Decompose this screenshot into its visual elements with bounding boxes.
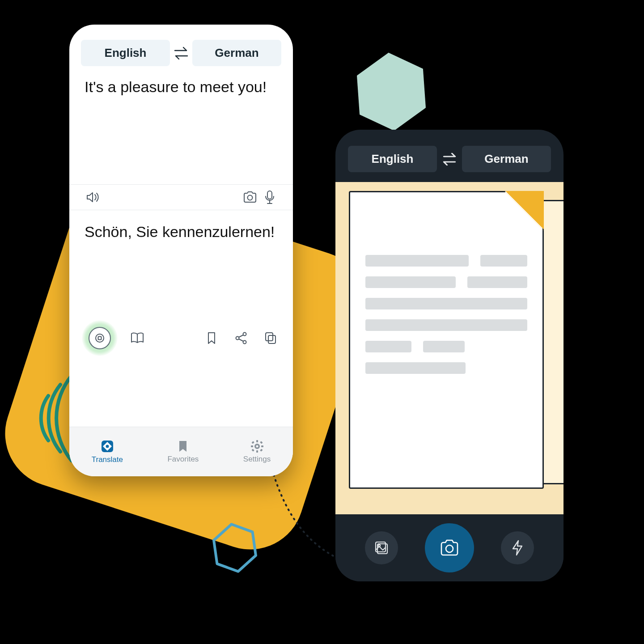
gallery-icon [374, 540, 389, 555]
source-language-button[interactable]: English [81, 40, 170, 66]
flash-icon [511, 540, 524, 556]
blue-hexagon-outline-decoration [210, 523, 259, 572]
dictionary-button[interactable] [127, 328, 147, 348]
svg-rect-18 [261, 445, 263, 447]
voice-input-button[interactable] [260, 187, 280, 207]
camera-translate-phone: English German [335, 130, 564, 581]
svg-rect-22 [251, 449, 254, 451]
microphone-icon [264, 190, 275, 204]
document-scan-preview [335, 182, 564, 514]
speaker-icon [86, 191, 99, 204]
target-language-button[interactable]: German [192, 40, 281, 66]
nav-favorites[interactable]: Favorites [167, 440, 199, 464]
svg-rect-20 [260, 449, 263, 451]
svg-rect-11 [268, 335, 275, 343]
svg-rect-15 [256, 440, 258, 442]
page-fold-corner [504, 191, 544, 231]
language-selector-row: English German [335, 130, 564, 182]
svg-rect-21 [260, 441, 263, 444]
input-toolbar [69, 184, 293, 210]
svg-point-3 [446, 545, 453, 552]
svg-marker-23 [207, 521, 263, 576]
camera-icon [440, 539, 459, 557]
book-icon [130, 332, 144, 344]
svg-rect-12 [266, 333, 273, 341]
translation-output: Schön, Sie kennenzulernen! [69, 210, 293, 320]
nav-translate[interactable]: Translate [92, 439, 123, 464]
source-text-area[interactable]: It's a pleasure to meet you! [69, 75, 293, 184]
svg-point-4 [248, 195, 253, 200]
camera-controls-bar [335, 514, 564, 581]
output-toolbar [69, 320, 293, 359]
svg-rect-5 [267, 191, 272, 199]
gallery-button[interactable] [365, 531, 398, 564]
svg-rect-17 [251, 445, 253, 447]
speak-translation-button[interactable] [82, 320, 118, 356]
copy-icon [264, 331, 277, 345]
gear-icon [250, 440, 264, 453]
translate-icon [100, 439, 114, 453]
save-favorite-button[interactable] [202, 328, 221, 348]
stop-audio-icon [95, 333, 105, 343]
paper-document [349, 191, 544, 489]
svg-point-14 [106, 445, 109, 448]
text-translate-phone: English German It's a pleasure to meet y… [69, 25, 293, 476]
swap-arrows-icon [442, 153, 457, 166]
swap-languages-button[interactable] [170, 41, 192, 66]
nav-label: Translate [92, 455, 123, 464]
teal-hexagon-decoration [341, 41, 442, 142]
copy-button[interactable] [261, 328, 280, 348]
camera-icon [243, 191, 257, 203]
svg-point-6 [96, 334, 104, 342]
bottom-navigation: Translate Favorites [69, 427, 293, 476]
share-button[interactable] [231, 328, 251, 348]
share-icon [234, 331, 248, 345]
language-selector-row: English German [69, 25, 293, 75]
svg-rect-16 [256, 450, 258, 453]
camera-input-button[interactable] [240, 187, 260, 207]
target-language-button[interactable]: German [462, 146, 551, 172]
document-placeholder-lines [365, 255, 527, 374]
swap-languages-button[interactable] [437, 147, 462, 172]
svg-rect-19 [251, 441, 254, 444]
bookmark-icon [207, 331, 216, 345]
illustration-canvas: English German [0, 0, 644, 644]
bookmark-filled-icon [177, 440, 189, 453]
nav-settings[interactable]: Settings [243, 440, 271, 464]
capture-button[interactable] [425, 523, 474, 572]
flash-button[interactable] [501, 531, 534, 564]
source-language-button[interactable]: English [348, 146, 437, 172]
svg-rect-7 [98, 337, 102, 340]
swap-arrows-icon [173, 46, 189, 60]
speak-source-button[interactable] [83, 187, 102, 207]
nav-label: Favorites [167, 455, 199, 464]
nav-label: Settings [243, 455, 271, 464]
